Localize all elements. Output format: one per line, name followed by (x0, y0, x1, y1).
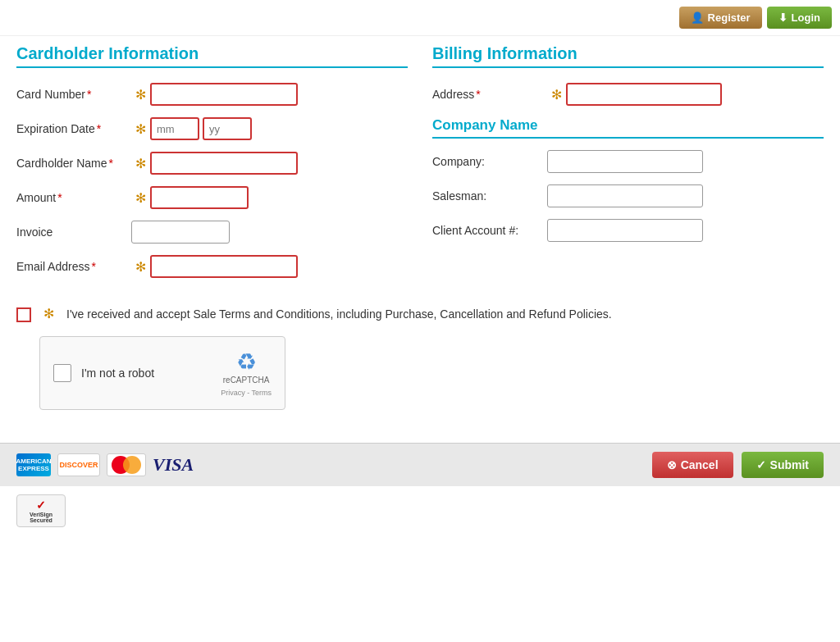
card-number-label: Card Number* (16, 88, 131, 101)
verisign-text: VeriSign Secured (20, 512, 62, 523)
recaptcha-label: I'm not a robot (81, 367, 154, 380)
client-account-label: Client Account #: (432, 224, 547, 237)
email-input[interactable] (150, 255, 298, 278)
email-label: Email Address* (16, 260, 131, 273)
expiry-month-input[interactable] (150, 117, 199, 140)
snowflake-icon-name: ✻ (135, 156, 146, 171)
terms-section: ✻ I've received and accept Sale Terms an… (16, 306, 824, 323)
company-row: Company: (432, 150, 824, 173)
snowflake-icon-exp: ✻ (135, 121, 146, 137)
salesman-input[interactable] (547, 184, 703, 207)
cardholder-name-label: Cardholder Name* (16, 157, 131, 170)
register-label: Register (708, 11, 751, 24)
expiration-date-label: Expiration Date* (16, 122, 131, 135)
company-input[interactable] (547, 150, 703, 173)
salesman-label: Salesman: (432, 189, 547, 203)
cardholder-divider (16, 66, 408, 68)
visa-logo: VISA (153, 454, 194, 476)
address-row: Address* ✻ (432, 83, 824, 106)
company-label: Company: (432, 155, 547, 168)
discover-logo: DISCOVER (57, 453, 100, 476)
snowflake-icon-address: ✻ (551, 87, 562, 102)
mc-circle-right (123, 456, 141, 474)
login-button[interactable]: ⬇ Login (767, 7, 832, 29)
card-logos: AMERICAN EXPRESS DISCOVER VISA (16, 453, 194, 476)
form-columns: Cardholder Information Card Number* ✻ Ex… (16, 44, 824, 289)
footer-bar: AMERICAN EXPRESS DISCOVER VISA ⊗ Cancel … (0, 443, 840, 486)
verisign-check-icon: ✓ (36, 499, 46, 512)
terms-text: I've received and accept Sale Terms and … (66, 306, 824, 323)
amount-input[interactable] (150, 186, 249, 209)
snowflake-icon-card: ✻ (135, 87, 146, 102)
recaptcha-links: Privacy - Terms (221, 389, 272, 397)
invoice-label: Invoice (16, 225, 131, 239)
register-icon: 👤 (691, 11, 704, 24)
recaptcha-left: I'm not a robot (53, 364, 154, 382)
top-nav: 👤 Register ⬇ Login (0, 0, 840, 36)
submit-button[interactable]: ✓ Submit (742, 452, 824, 478)
cardholder-name-input[interactable] (150, 152, 298, 175)
salesman-row: Salesman: (432, 184, 824, 207)
card-number-input[interactable] (150, 83, 298, 106)
cancel-icon: ⊗ (667, 458, 677, 471)
amount-row: Amount* ✻ (16, 186, 408, 209)
client-account-input[interactable] (547, 219, 703, 242)
register-button[interactable]: 👤 Register (679, 7, 762, 29)
address-input[interactable] (566, 83, 722, 106)
address-label: Address* (432, 88, 547, 101)
cardholder-title: Cardholder Information (16, 44, 408, 63)
footer-buttons: ⊗ Cancel ✓ Submit (652, 452, 824, 478)
snowflake-icon-email: ✻ (135, 259, 146, 275)
recaptcha-brand: reCAPTCHA (221, 376, 272, 385)
invoice-row: Invoice (16, 221, 408, 244)
expiry-inputs (150, 117, 252, 140)
snowflake-icon-amount: ✻ (135, 190, 146, 206)
company-name-divider (432, 137, 824, 139)
recaptcha-logo-icon: ♻ (221, 348, 272, 376)
company-name-title: Company Name (432, 117, 824, 134)
cardholder-name-row: Cardholder Name* ✻ (16, 152, 408, 175)
recaptcha-right: ♻ reCAPTCHA Privacy - Terms (221, 348, 272, 398)
client-account-row: Client Account #: (432, 219, 824, 242)
login-label: Login (792, 11, 820, 24)
cancel-button[interactable]: ⊗ Cancel (652, 452, 733, 478)
billing-title: Billing Information (432, 44, 824, 63)
email-row: Email Address* ✻ (16, 255, 408, 278)
submit-label: Submit (770, 458, 809, 471)
submit-icon: ✓ (756, 458, 766, 471)
billing-divider (432, 66, 824, 68)
billing-section: Billing Information Address* ✻ Company N… (432, 44, 824, 289)
cancel-label: Cancel (681, 458, 719, 471)
verisign-badge: ✓ VeriSign Secured (16, 494, 66, 527)
terms-checkbox[interactable] (16, 307, 31, 322)
expiry-year-input[interactable] (203, 117, 252, 140)
recaptcha-checkbox[interactable] (53, 364, 71, 382)
verisign-section: ✓ VeriSign Secured (0, 486, 840, 535)
card-number-row: Card Number* ✻ (16, 83, 408, 106)
recaptcha-box[interactable]: I'm not a robot ♻ reCAPTCHA Privacy - Te… (39, 336, 285, 410)
amex-logo: AMERICAN EXPRESS (16, 453, 51, 476)
main-content: Cardholder Information Card Number* ✻ Ex… (0, 36, 840, 443)
snowflake-icon-terms: ✻ (43, 306, 54, 321)
expiration-date-row: Expiration Date* ✻ (16, 117, 408, 140)
cardholder-section: Cardholder Information Card Number* ✻ Ex… (16, 44, 408, 289)
login-icon: ⬇ (778, 11, 788, 24)
mastercard-logo (107, 453, 146, 476)
invoice-input[interactable] (131, 221, 230, 244)
amount-label: Amount* (16, 191, 131, 204)
